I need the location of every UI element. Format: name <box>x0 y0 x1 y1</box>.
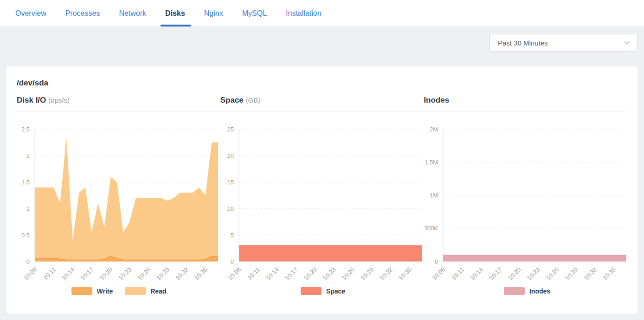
x-tick-label: 10:08 <box>227 266 243 281</box>
inodes-chart-title: Inodes <box>424 96 627 105</box>
tab-processes[interactable]: Processes <box>65 0 100 26</box>
chevron-down-icon <box>623 39 631 47</box>
legend-swatch-space <box>301 287 322 295</box>
time-range-select[interactable]: Past 30 Minutes <box>489 34 638 52</box>
y-tick-label: 25 <box>227 126 234 133</box>
y-tick-label: 10 <box>227 205 234 212</box>
legend-label: Write <box>97 287 113 295</box>
tab-installation[interactable]: Installation <box>286 0 322 26</box>
x-tick-label: 10:08 <box>431 266 447 281</box>
legend-item-write[interactable]: Write <box>71 287 113 295</box>
y-tick-label: 1.5 <box>21 179 30 186</box>
x-tick-label: 10:11 <box>450 266 465 281</box>
x-tick-label: 10:35 <box>397 266 413 281</box>
legend-swatch-write <box>71 287 92 295</box>
y-tick-label: 2 <box>26 152 30 159</box>
y-tick-label: 1M <box>430 192 438 199</box>
x-tick-label: 10:14 <box>60 266 76 281</box>
legend-swatch-read <box>125 287 146 295</box>
x-tick-label: 10:23 <box>526 266 541 281</box>
inodes-series-area <box>443 255 626 261</box>
x-tick-label: 10:26 <box>136 266 152 281</box>
x-tick-label: 10:14 <box>264 266 280 281</box>
tab-overview[interactable]: Overview <box>15 0 46 26</box>
y-tick-label: 5 <box>231 232 234 239</box>
x-tick-label: 10:26 <box>341 266 356 281</box>
disk-io-chart-area: 00.511.522.510:0810:1110:1410:1710:2010:… <box>17 117 221 295</box>
x-tick-label: 10:29 <box>155 266 171 281</box>
y-tick-label: 500K <box>425 225 438 232</box>
space-series-area <box>239 246 422 261</box>
y-tick-label: 0 <box>231 258 234 265</box>
toolbar: Past 30 Minutes <box>0 27 644 52</box>
disk-io-chart: 00.511.522.510:0810:1110:1410:1710:2010:… <box>17 117 221 281</box>
y-tick-label: 2M <box>430 126 438 133</box>
x-tick-label: 10:17 <box>79 266 95 281</box>
tab-disks[interactable]: Disks <box>165 0 185 26</box>
legend-item-inodes[interactable]: Inodes <box>504 287 550 295</box>
x-tick-label: 10:20 <box>98 266 114 281</box>
space-chart: 051015202510:0810:1110:1410:1710:2010:23… <box>221 117 425 281</box>
tab-mysql[interactable]: MySQL <box>242 0 267 26</box>
y-tick-label: 0.5 <box>21 232 30 239</box>
x-tick-label: 10:20 <box>303 266 318 281</box>
x-tick-label: 10:29 <box>360 266 375 281</box>
space-chart-area: 051015202510:0810:1110:1410:1710:2010:23… <box>221 117 425 295</box>
x-tick-label: 10:17 <box>488 266 503 281</box>
space-legend: Space <box>221 287 425 295</box>
disk-io-legend: WriteRead <box>17 287 221 295</box>
y-tick-label: 1 <box>26 205 30 212</box>
tab-network[interactable]: Network <box>119 0 146 26</box>
x-tick-label: 10:14 <box>469 266 484 281</box>
legend-swatch-inodes <box>504 287 525 295</box>
x-tick-label: 10:08 <box>23 266 39 281</box>
legend-label: Space <box>326 287 345 295</box>
y-tick-label: 0 <box>435 258 438 265</box>
inodes-chart-area: 0500K1M1.5M2M10:0810:1110:1410:1710:2010… <box>425 117 629 295</box>
y-tick-label: 2.5 <box>21 126 30 133</box>
legend-item-space[interactable]: Space <box>301 287 345 295</box>
charts-row: 00.511.522.510:0810:1110:1410:1710:2010:… <box>17 117 627 295</box>
x-tick-label: 10:11 <box>42 266 57 281</box>
divider <box>17 111 627 111</box>
x-tick-label: 10:32 <box>378 266 394 281</box>
tab-nginx[interactable]: Nginx <box>204 0 223 26</box>
x-tick-label: 10:35 <box>193 266 209 281</box>
x-tick-label: 10:32 <box>174 266 190 281</box>
y-tick-label: 0 <box>26 258 30 265</box>
x-tick-label: 10:20 <box>507 266 522 281</box>
y-tick-label: 20 <box>227 152 234 159</box>
disk-io-chart-title: Disk I/O (ops/s) <box>17 96 220 105</box>
y-tick-label: 1.5M <box>425 159 438 166</box>
disk-card: /dev/sda Disk I/O (ops/s) Space (GB) Ino… <box>6 66 638 313</box>
y-tick-label: 15 <box>227 179 234 186</box>
legend-label: Inodes <box>529 287 550 295</box>
x-tick-label: 10:29 <box>564 266 580 281</box>
legend-label: Read <box>150 287 166 295</box>
x-tick-label: 10:17 <box>283 266 299 281</box>
x-tick-label: 10:35 <box>601 266 617 281</box>
chart-headers-row: Disk I/O (ops/s) Space (GB) Inodes <box>17 96 627 105</box>
x-tick-label: 10:23 <box>117 266 133 281</box>
inodes-legend: Inodes <box>425 287 629 295</box>
x-tick-label: 10:23 <box>322 266 337 281</box>
legend-item-read[interactable]: Read <box>125 287 166 295</box>
x-tick-label: 10:26 <box>545 266 560 281</box>
space-chart-title: Space (GB) <box>220 96 424 105</box>
inodes-chart: 0500K1M1.5M2M10:0810:1110:1410:1710:2010… <box>425 117 629 281</box>
x-tick-label: 10:32 <box>582 266 598 281</box>
time-range-value: Past 30 Minutes <box>498 39 548 47</box>
disk-device-title: /dev/sda <box>17 78 627 88</box>
x-tick-label: 10:11 <box>246 266 261 281</box>
tab-bar: OverviewProcessesNetworkDisksNginxMySQLI… <box>0 0 644 27</box>
